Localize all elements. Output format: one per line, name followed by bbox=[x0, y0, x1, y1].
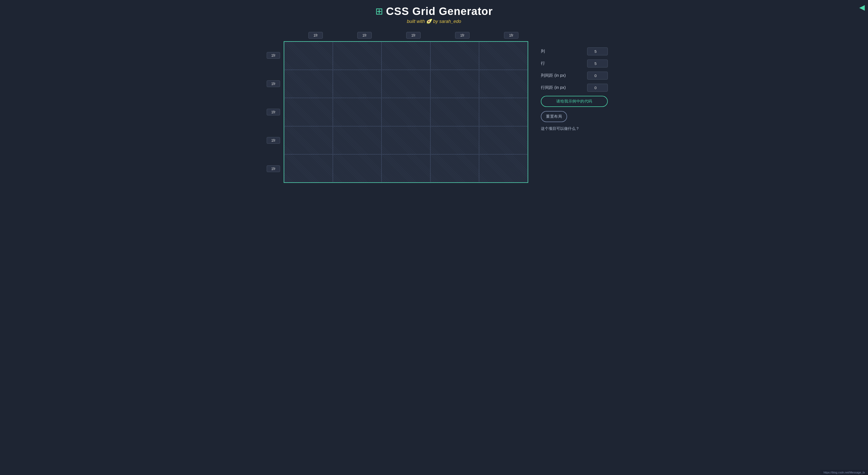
row-gap-control-row: 行间距 (in px) bbox=[541, 84, 608, 92]
column-headers bbox=[291, 32, 536, 40]
col-header-item bbox=[438, 32, 487, 40]
col-header-item bbox=[340, 32, 389, 40]
status-bar: https://blog.csdn.net/Message_tx bbox=[820, 470, 868, 475]
grid-cell bbox=[381, 98, 430, 126]
row-gap-input[interactable] bbox=[587, 84, 608, 92]
reset-button[interactable]: 重置布局 bbox=[541, 111, 567, 122]
grid-cell bbox=[333, 98, 381, 126]
col-size-input[interactable] bbox=[357, 32, 372, 39]
built-with-text: built with bbox=[407, 19, 425, 24]
page-title: CSS Grid Generator bbox=[386, 5, 493, 18]
grid-cell bbox=[430, 98, 479, 126]
row-gap-label: 行间距 (in px) bbox=[541, 85, 566, 90]
col-control-row: 列 bbox=[541, 48, 608, 55]
row-size-input[interactable] bbox=[267, 52, 280, 59]
grid-cell bbox=[333, 70, 381, 98]
status-url: https://blog.csdn.net/Message_tx bbox=[824, 471, 865, 474]
grid-cell bbox=[284, 154, 333, 182]
row-size-input[interactable] bbox=[267, 137, 280, 144]
grid-cell bbox=[430, 70, 479, 98]
what-link[interactable]: 这个项目可以做什么？ bbox=[541, 126, 608, 131]
controls-panel: 列 行 列间距 (in px) 行间距 (in px) 请给我示例中的代码 重置… bbox=[541, 32, 608, 131]
grid-cell bbox=[284, 42, 333, 70]
row-header-item bbox=[267, 69, 282, 98]
grid-cell bbox=[284, 70, 333, 98]
row-label: 行 bbox=[541, 61, 545, 66]
grid-cell bbox=[284, 126, 333, 154]
col-input[interactable] bbox=[587, 48, 608, 55]
corner-icon: ◀ bbox=[859, 3, 865, 11]
grid-cell bbox=[333, 154, 381, 182]
col-label: 列 bbox=[541, 49, 545, 54]
col-header-item bbox=[291, 32, 340, 40]
grid-cell bbox=[430, 154, 479, 182]
col-gap-control-row: 列间距 (in px) bbox=[541, 71, 608, 80]
grid-cell bbox=[430, 42, 479, 70]
grid-cell bbox=[381, 70, 430, 98]
css-grid bbox=[284, 41, 528, 183]
row-control-row: 行 bbox=[541, 60, 608, 67]
col-header-item bbox=[389, 32, 438, 40]
grid-cell bbox=[284, 98, 333, 126]
grid-cell bbox=[479, 70, 528, 98]
row-input[interactable] bbox=[587, 60, 608, 67]
row-header-item bbox=[267, 41, 282, 69]
col-header-item bbox=[487, 32, 536, 40]
col-size-input[interactable] bbox=[455, 32, 469, 39]
header: ⊞ CSS Grid Generator built with 🥑 by sar… bbox=[375, 5, 493, 24]
grid-cell bbox=[479, 154, 528, 182]
grid-area bbox=[267, 32, 536, 183]
avocado-emoji: 🥑 bbox=[426, 19, 432, 24]
row-size-input[interactable] bbox=[267, 166, 280, 172]
main-content: 列 行 列间距 (in px) 行间距 (in px) 请给我示例中的代码 重置… bbox=[267, 32, 601, 183]
row-size-input[interactable] bbox=[267, 80, 280, 87]
row-header-item bbox=[267, 154, 282, 183]
row-headers bbox=[267, 41, 282, 183]
row-size-input[interactable] bbox=[267, 109, 280, 115]
grid-cell bbox=[381, 42, 430, 70]
header-subtitle: built with 🥑 by sarah_edo bbox=[375, 19, 493, 24]
row-area bbox=[267, 41, 528, 183]
grid-cell bbox=[333, 126, 381, 154]
grid-cell bbox=[381, 126, 430, 154]
col-gap-label: 列间距 (in px) bbox=[541, 73, 566, 78]
col-size-input[interactable] bbox=[308, 32, 323, 39]
row-header-item bbox=[267, 98, 282, 126]
grid-cell bbox=[333, 42, 381, 70]
grid-cell bbox=[479, 126, 528, 154]
show-code-button[interactable]: 请给我示例中的代码 bbox=[541, 96, 608, 107]
grid-cell bbox=[430, 126, 479, 154]
grid-cell bbox=[381, 154, 430, 182]
col-gap-input[interactable] bbox=[587, 71, 608, 80]
grid-cell bbox=[479, 98, 528, 126]
row-header-item bbox=[267, 126, 282, 154]
header-title-row: ⊞ CSS Grid Generator bbox=[375, 5, 493, 18]
grid-icon: ⊞ bbox=[375, 6, 383, 17]
col-size-input[interactable] bbox=[504, 32, 519, 39]
grid-cell bbox=[479, 42, 528, 70]
col-size-input[interactable] bbox=[406, 32, 421, 39]
by-text: by sarah_edo bbox=[433, 19, 461, 24]
